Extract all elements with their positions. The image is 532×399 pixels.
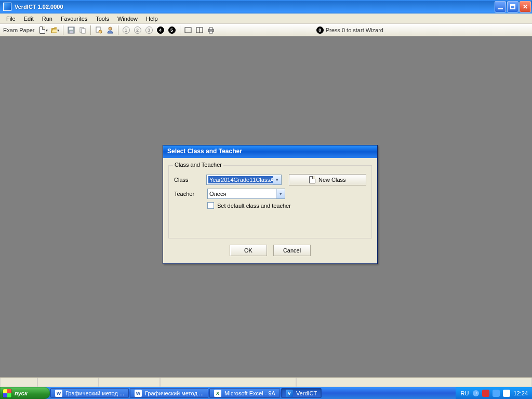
start-label: пуск bbox=[15, 390, 28, 396]
chevron-down-icon[interactable] bbox=[276, 189, 285, 198]
tray-icon-2[interactable] bbox=[493, 390, 500, 397]
taskbar: пуск W Графический метод ... W Графическ… bbox=[0, 387, 532, 399]
print-button[interactable] bbox=[206, 25, 216, 35]
save-button[interactable] bbox=[66, 25, 76, 35]
new-class-label: New Class bbox=[318, 177, 346, 183]
step-5-button[interactable]: 5 bbox=[167, 25, 177, 35]
teacher-value: Олеся bbox=[209, 191, 226, 197]
word-icon: W bbox=[135, 390, 142, 397]
window-maximize-button[interactable] bbox=[507, 1, 518, 12]
class-label: Class bbox=[174, 177, 203, 183]
step-2-icon: 2 bbox=[134, 26, 141, 34]
language-indicator[interactable]: RU bbox=[460, 390, 470, 396]
class-teacher-groupbox: Class and Teacher Class Year2014Grade11C… bbox=[168, 165, 372, 238]
svg-point-7 bbox=[109, 27, 112, 30]
class-combobox[interactable]: Year2014Grade11ClassA bbox=[206, 175, 282, 185]
wizard-hint-text: Press 0 to start Wizard bbox=[326, 27, 383, 33]
window-minimize-button[interactable] bbox=[495, 1, 506, 12]
menu-run[interactable]: Run bbox=[38, 15, 57, 23]
tray-icon-antivirus[interactable] bbox=[482, 390, 489, 397]
menu-file[interactable]: File bbox=[2, 15, 20, 23]
person-icon bbox=[107, 26, 114, 34]
pane-single-icon bbox=[184, 27, 192, 33]
class-value: Year2014Grade11ClassA bbox=[208, 176, 275, 183]
svg-rect-13 bbox=[209, 31, 212, 33]
tray-icon-3[interactable] bbox=[503, 390, 510, 397]
windows-flag-icon bbox=[3, 389, 11, 397]
task-label: VerdICT bbox=[296, 390, 317, 396]
step-4-icon: 4 bbox=[157, 26, 164, 34]
toolbar: Exam Paper 1 2 3 4 5 0 Press 0 to start … bbox=[0, 24, 532, 36]
taskbar-item-word-1[interactable]: W Графический метод ... bbox=[50, 388, 129, 398]
step-1-button[interactable]: 1 bbox=[122, 25, 131, 35]
window-close-button[interactable] bbox=[520, 1, 531, 12]
svg-rect-2 bbox=[70, 31, 73, 33]
step-3-icon: 3 bbox=[145, 26, 153, 34]
taskbar-item-verdict[interactable]: V VerdICT bbox=[281, 388, 322, 398]
copy-button[interactable] bbox=[78, 25, 87, 35]
step-4-button[interactable]: 4 bbox=[156, 25, 165, 35]
new-document-button[interactable] bbox=[39, 25, 48, 35]
default-checkbox-label: Set default class and teacher bbox=[217, 203, 291, 209]
clock[interactable]: 12:24 bbox=[513, 390, 528, 396]
layout-split-button[interactable] bbox=[195, 25, 204, 35]
window-title: VerdICT 1.02.0000 bbox=[14, 4, 494, 10]
toolbar-label: Exam Paper bbox=[3, 27, 35, 33]
document-icon bbox=[39, 26, 45, 34]
menu-edit[interactable]: Edit bbox=[20, 15, 38, 23]
dialog-title: Select Class and Teacher bbox=[163, 145, 377, 158]
cancel-button[interactable]: Cancel bbox=[273, 245, 311, 256]
excel-icon: X bbox=[214, 390, 221, 397]
svg-rect-12 bbox=[209, 28, 212, 30]
taskbar-item-excel[interactable]: X Microsoft Excel - 9A bbox=[209, 388, 280, 398]
app-icon bbox=[3, 3, 11, 11]
window-titlebar: VerdICT 1.02.0000 bbox=[0, 0, 532, 14]
properties-button[interactable] bbox=[94, 25, 103, 35]
svg-rect-4 bbox=[82, 29, 85, 33]
menu-tools[interactable]: Tools bbox=[91, 15, 113, 23]
tray-expand-icon[interactable]: ‹ bbox=[473, 390, 479, 396]
hand-doc-icon bbox=[95, 26, 102, 34]
select-class-dialog: Select Class and Teacher Class and Teach… bbox=[163, 145, 378, 264]
statusbar bbox=[0, 377, 532, 387]
wizard-zero-icon: 0 bbox=[316, 26, 324, 34]
menu-favourites[interactable]: Favourites bbox=[57, 15, 91, 23]
task-label: Microsoft Excel - 9A bbox=[224, 390, 275, 396]
floppy-icon bbox=[68, 26, 75, 34]
ok-button[interactable]: OK bbox=[230, 245, 267, 256]
svg-rect-1 bbox=[69, 28, 73, 30]
menu-help[interactable]: Help bbox=[142, 15, 162, 23]
default-checkbox-row: Set default class and teacher bbox=[207, 202, 366, 209]
step-3-button[interactable]: 3 bbox=[144, 25, 154, 35]
taskbar-item-word-2[interactable]: W Графический метод ... bbox=[130, 388, 208, 398]
new-class-button[interactable]: New Class bbox=[289, 174, 366, 185]
step-5-icon: 5 bbox=[168, 26, 176, 34]
teacher-label: Teacher bbox=[174, 191, 204, 197]
menubar: File Edit Run Favourites Tools Window He… bbox=[0, 14, 532, 24]
task-label: Графический метод ... bbox=[145, 390, 204, 396]
copy-icon bbox=[79, 26, 86, 34]
svg-rect-8 bbox=[185, 28, 191, 33]
default-checkbox[interactable] bbox=[207, 202, 214, 209]
chevron-down-icon[interactable] bbox=[273, 175, 281, 184]
pane-split-icon bbox=[196, 27, 203, 33]
system-tray: RU ‹ 12:24 bbox=[456, 387, 532, 399]
step-1-icon: 1 bbox=[123, 26, 130, 34]
wizard-hint: 0 Press 0 to start Wizard bbox=[316, 26, 383, 34]
open-button[interactable] bbox=[50, 25, 60, 35]
layout-single-button[interactable] bbox=[183, 25, 193, 35]
groupbox-legend: Class and Teacher bbox=[173, 162, 223, 168]
svg-point-6 bbox=[99, 30, 102, 33]
menu-window[interactable]: Window bbox=[113, 15, 142, 23]
printer-icon bbox=[207, 26, 215, 34]
users-button[interactable] bbox=[105, 25, 115, 35]
verdict-icon: V bbox=[286, 390, 293, 397]
document-icon bbox=[309, 176, 315, 183]
step-2-button[interactable]: 2 bbox=[133, 25, 142, 35]
folder-open-icon bbox=[51, 26, 57, 34]
teacher-combobox[interactable]: Олеся bbox=[207, 189, 285, 199]
task-label: Графический метод ... bbox=[65, 390, 124, 396]
start-button[interactable]: пуск bbox=[0, 387, 50, 399]
word-icon: W bbox=[55, 390, 62, 397]
